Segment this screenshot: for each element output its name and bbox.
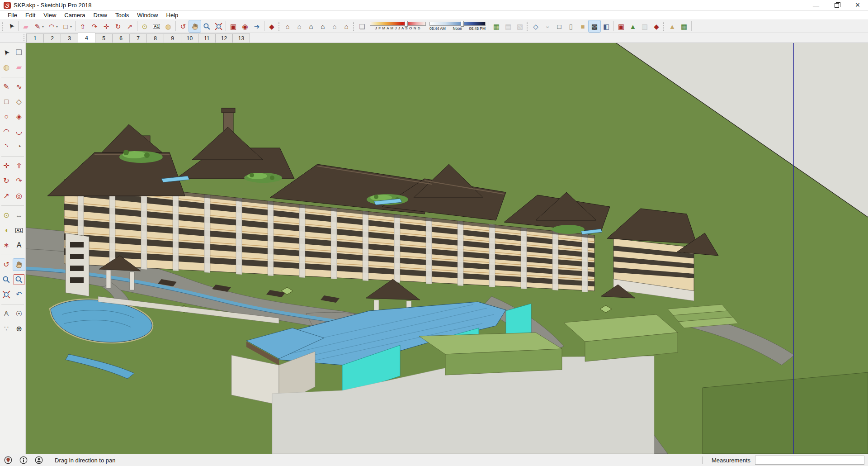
minimize-button[interactable]: — <box>806 0 826 10</box>
palette-orbit-tool[interactable]: ↺ <box>0 259 12 271</box>
shadow-time-slider[interactable]: 05:44 AM Noon 06:45 PM <box>429 21 486 32</box>
palette-look-around-tool[interactable]: ☉ <box>13 308 25 320</box>
palette-rotate-tool[interactable]: ↻ <box>0 175 12 187</box>
toggle-terrain-button[interactable]: ▤ <box>502 20 514 32</box>
share-component-button[interactable]: ▥ <box>639 20 651 32</box>
sandbox-from-scratch-button[interactable]: ▦ <box>678 20 690 32</box>
palette-polygon-tool[interactable]: ◈ <box>13 111 25 123</box>
scene-tab-13[interactable]: 13 <box>232 33 250 43</box>
scene-tab-1[interactable]: 1 <box>26 33 44 43</box>
scene-tab-7[interactable]: 7 <box>129 33 147 43</box>
menu-file[interactable]: File <box>4 11 21 19</box>
credits-button[interactable] <box>19 456 28 465</box>
tape-measure-tool-button[interactable]: ⊙ <box>139 20 151 32</box>
palette-eraser-tool[interactable]: ▰ <box>13 62 25 73</box>
text-tool-button[interactable]: A1 <box>151 20 162 32</box>
scene-tab-10[interactable]: 10 <box>181 33 198 43</box>
measurements-input[interactable] <box>755 456 864 465</box>
viewport-3d-canvas[interactable] <box>26 43 868 454</box>
palette-zoom-tool[interactable] <box>0 274 12 285</box>
palette-arc-tool[interactable]: ◠ <box>0 126 12 138</box>
scene-tab-6[interactable]: 6 <box>112 33 130 43</box>
palette-zoom-extents-tool[interactable] <box>0 289 12 300</box>
palette-select-tool[interactable]: ➤ <box>0 44 14 61</box>
palette-line-tool[interactable]: ✎ <box>0 81 12 93</box>
palette-axes-tool[interactable]: ∗ <box>0 239 12 251</box>
scale-tool-button[interactable]: ↗ <box>124 20 136 32</box>
scene-tab-2[interactable]: 2 <box>43 33 61 43</box>
orbit-tool-button[interactable]: ↺ <box>177 20 189 32</box>
rectangle-dropdown-arrow[interactable]: ▾ <box>70 24 74 29</box>
menu-help[interactable]: Help <box>162 11 183 19</box>
rotate-tool-button[interactable]: ↻ <box>112 20 124 32</box>
iso-view-button[interactable]: ⌂ <box>282 20 293 32</box>
paint-bucket-tool-button[interactable]: ◍ <box>162 20 174 32</box>
palette-make-component-tool[interactable]: ❑ <box>13 47 25 58</box>
palette-scale-tool[interactable]: ↗ <box>0 190 12 202</box>
style-wireframe-button[interactable]: □ <box>553 20 565 32</box>
palette-pan-tool[interactable] <box>13 259 25 271</box>
pan-tool-button[interactable] <box>189 20 201 32</box>
menu-camera[interactable]: Camera <box>60 11 89 19</box>
extension-warehouse-button[interactable]: ◆ <box>266 20 278 32</box>
palette-follow-me-tool[interactable]: ↷ <box>13 175 25 187</box>
palette-2-point-arc-tool[interactable]: ◡ <box>13 126 25 138</box>
add-location-button[interactable]: ▦ <box>491 20 502 32</box>
3d-warehouse-button[interactable]: ▣ <box>227 20 239 32</box>
palette-tape-measure-tool[interactable]: ⊙ <box>0 209 12 221</box>
palette-3-point-arc-tool[interactable]: ◝ <box>0 141 12 152</box>
menu-view[interactable]: View <box>39 11 60 19</box>
shadow-time-thumb[interactable] <box>461 21 464 27</box>
palette-previous-tool[interactable]: ↶ <box>13 289 25 300</box>
palette-protractor-tool[interactable]: ◖ <box>0 224 12 236</box>
follow-me-tool-button[interactable]: ↷ <box>89 20 100 32</box>
palette-position-camera-tool[interactable]: ♙ <box>0 308 12 320</box>
scene-tab-3[interactable]: 3 <box>61 33 78 43</box>
scene-tab-5[interactable]: 5 <box>95 33 113 43</box>
menu-window[interactable]: Window <box>133 11 162 19</box>
style-xray-button[interactable]: ◇ <box>530 20 542 32</box>
extension-warehouse-2-button[interactable]: ◆ <box>651 20 662 32</box>
zoom-tool-button[interactable] <box>201 20 212 32</box>
sandbox-from-contours-button[interactable]: ▲ <box>666 20 678 32</box>
palette-zoom-window-tool[interactable] <box>13 274 25 285</box>
account-button[interactable] <box>34 456 43 465</box>
share-model-button[interactable]: ◉ <box>239 20 251 32</box>
palette-pie-tool[interactable]: ◔ <box>13 141 25 152</box>
palette-freehand-tool[interactable]: ∿ <box>13 81 25 93</box>
scene-tab-12[interactable]: 12 <box>215 33 233 43</box>
style-monochrome-button[interactable]: ◧ <box>600 20 612 32</box>
palette-walk-tool[interactable]: ∵ <box>0 323 12 335</box>
arc-dropdown-arrow[interactable]: ▾ <box>56 24 60 29</box>
push-pull-tool-button[interactable]: ⇧ <box>77 20 89 32</box>
close-button[interactable]: × <box>847 0 868 10</box>
send-to-layout-button[interactable]: ➔ <box>251 20 263 32</box>
line-dropdown-arrow[interactable]: ▾ <box>42 24 46 29</box>
back-view-button[interactable]: ⌂ <box>329 20 340 32</box>
palette-rotated-rectangle-tool[interactable]: ◇ <box>13 96 25 108</box>
shadow-date-slider[interactable]: J F M A M J J A S O N D <box>370 21 426 32</box>
menu-tools[interactable]: Tools <box>111 11 133 19</box>
top-view-button[interactable]: ⌂ <box>293 20 305 32</box>
select-tool-button[interactable]: ➤ <box>3 18 19 34</box>
palette-circle-tool[interactable]: ○ <box>0 111 12 123</box>
scene-tab-4[interactable]: 4 <box>78 33 95 43</box>
style-shaded-button[interactable]: ■ <box>577 20 589 32</box>
style-hidden-line-button[interactable]: ▯ <box>565 20 577 32</box>
palette-3d-text-tool[interactable]: A <box>13 239 25 251</box>
palette-move-tool[interactable]: ✛ <box>0 160 12 172</box>
palette-rectangle-tool[interactable]: □ <box>0 96 12 108</box>
menu-edit[interactable]: Edit <box>21 11 39 19</box>
right-view-button[interactable]: ⌂ <box>317 20 329 32</box>
geolocation-button[interactable] <box>4 456 13 465</box>
restore-button[interactable] <box>826 0 847 10</box>
palette-paint-bucket-tool[interactable]: ◍ <box>0 62 12 73</box>
eraser-tool-button[interactable]: ▰ <box>20 20 32 32</box>
menu-draw[interactable]: Draw <box>90 11 111 19</box>
scene-tab-11[interactable]: 11 <box>198 33 216 43</box>
palette-push-pull-tool[interactable]: ⇧ <box>13 160 25 172</box>
shadow-date-thumb[interactable] <box>405 21 408 27</box>
left-view-button[interactable]: ⌂ <box>340 20 352 32</box>
scene-tab-8[interactable]: 8 <box>146 33 164 43</box>
palette-north-compass-tool[interactable]: ⊕ <box>13 323 25 335</box>
